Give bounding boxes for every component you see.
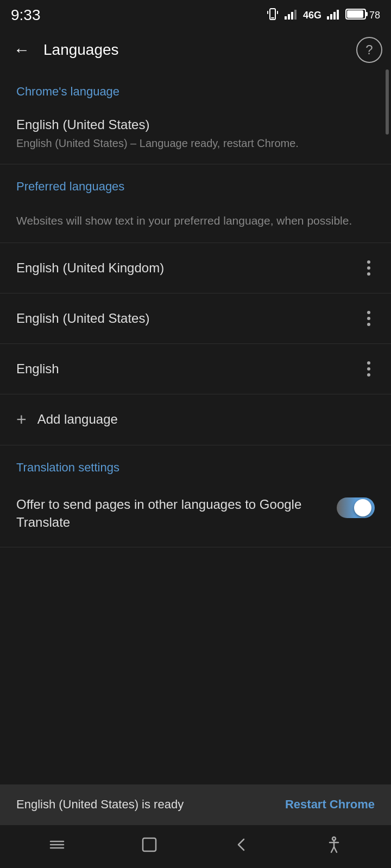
translation-settings-header: Translation settings bbox=[0, 445, 391, 480]
menu-icon bbox=[48, 836, 66, 857]
status-time: 9:33 bbox=[11, 7, 41, 24]
status-icons: 46G 78 bbox=[266, 8, 380, 23]
battery-level: 78 bbox=[369, 10, 380, 21]
language-us-menu-button[interactable] bbox=[363, 307, 375, 330]
language-en-label: English bbox=[16, 361, 59, 376]
nav-home-button[interactable] bbox=[128, 831, 171, 863]
svg-rect-13 bbox=[347, 10, 363, 18]
content-area: Chrome's language English (United States… bbox=[0, 69, 391, 634]
toolbar: ← Languages ? bbox=[0, 30, 391, 69]
dot2 bbox=[367, 367, 370, 371]
page-title: Languages bbox=[43, 41, 356, 59]
nav-accessibility-button[interactable] bbox=[312, 831, 356, 863]
preferred-languages-section: Preferred languages Websites will show t… bbox=[0, 164, 391, 445]
home-icon bbox=[141, 836, 158, 857]
dot1 bbox=[367, 361, 370, 365]
language-us-label: English (United States) bbox=[16, 311, 149, 326]
chromes-language-item[interactable]: English (United States) English (United … bbox=[0, 104, 391, 164]
preferred-languages-description: Websites will show text in your preferre… bbox=[0, 199, 391, 243]
add-language-label: Add language bbox=[37, 412, 118, 427]
nav-bar bbox=[0, 825, 391, 868]
back-nav-icon bbox=[233, 836, 250, 857]
svg-rect-7 bbox=[294, 10, 297, 20]
snackbar-message: English (United States) is ready bbox=[16, 797, 274, 812]
dot1 bbox=[367, 311, 370, 314]
svg-rect-10 bbox=[333, 12, 336, 20]
language-item-us[interactable]: English (United States) bbox=[0, 293, 391, 344]
signal2-icon bbox=[326, 8, 341, 23]
back-arrow-icon: ← bbox=[14, 41, 30, 59]
add-language-button[interactable]: + Add language bbox=[0, 394, 391, 445]
dot2 bbox=[367, 317, 370, 320]
nav-back-button[interactable] bbox=[220, 831, 263, 863]
chromes-language-section: Chrome's language English (United States… bbox=[0, 69, 391, 164]
battery-icon bbox=[345, 8, 368, 23]
scroll-thumb[interactable] bbox=[386, 69, 389, 135]
chromes-language-subtitle: English (United States) – Language ready… bbox=[16, 136, 375, 151]
add-icon: + bbox=[16, 410, 27, 430]
restart-chrome-button[interactable]: Restart Chrome bbox=[285, 797, 375, 812]
translation-settings-section: Translation settings Offer to send pages… bbox=[0, 445, 391, 547]
chromes-language-header: Chrome's language bbox=[0, 69, 391, 104]
svg-rect-6 bbox=[291, 12, 293, 20]
dot3 bbox=[367, 323, 370, 326]
battery-container: 78 bbox=[345, 8, 380, 23]
help-icon: ? bbox=[365, 42, 373, 58]
language-uk-label: English (United Kingdom) bbox=[16, 260, 164, 276]
svg-line-23 bbox=[334, 847, 337, 852]
svg-rect-11 bbox=[337, 10, 339, 20]
help-button[interactable]: ? bbox=[356, 37, 382, 63]
lte-icon: 46G bbox=[303, 10, 321, 21]
svg-rect-1 bbox=[271, 17, 274, 18]
svg-line-22 bbox=[331, 847, 334, 852]
language-uk-menu-button[interactable] bbox=[363, 256, 375, 280]
dot2 bbox=[367, 266, 370, 270]
snackbar: English (United States) is ready Restart… bbox=[0, 784, 391, 825]
offer-to-send-text: Offer to send pages in other languages t… bbox=[16, 495, 328, 532]
back-button[interactable]: ← bbox=[9, 37, 35, 63]
svg-rect-8 bbox=[327, 16, 329, 20]
svg-rect-4 bbox=[285, 16, 287, 20]
chromes-language-text: English (United States) English (United … bbox=[16, 117, 375, 151]
svg-rect-18 bbox=[143, 838, 156, 851]
dot1 bbox=[367, 260, 370, 264]
svg-rect-5 bbox=[288, 14, 290, 20]
signal-icon bbox=[283, 8, 299, 23]
svg-rect-9 bbox=[330, 14, 332, 20]
offer-to-send-item[interactable]: Offer to send pages in other languages t… bbox=[0, 480, 391, 547]
offer-to-send-toggle[interactable] bbox=[337, 497, 375, 518]
language-item-uk[interactable]: English (United Kingdom) bbox=[0, 243, 391, 293]
status-bar: 9:33 46G bbox=[0, 0, 391, 30]
language-item-en[interactable]: English bbox=[0, 344, 391, 394]
offer-to-send-title: Offer to send pages in other languages t… bbox=[16, 495, 328, 532]
svg-rect-14 bbox=[365, 12, 368, 16]
vibrate-icon bbox=[266, 8, 279, 23]
accessibility-icon bbox=[325, 836, 343, 857]
toggle-thumb bbox=[354, 499, 371, 516]
language-en-menu-button[interactable] bbox=[363, 357, 375, 381]
dot3 bbox=[367, 373, 370, 376]
dot3 bbox=[367, 272, 370, 276]
chromes-language-title: English (United States) bbox=[16, 117, 375, 132]
preferred-languages-header: Preferred languages bbox=[0, 164, 391, 199]
nav-menu-button[interactable] bbox=[35, 831, 79, 863]
